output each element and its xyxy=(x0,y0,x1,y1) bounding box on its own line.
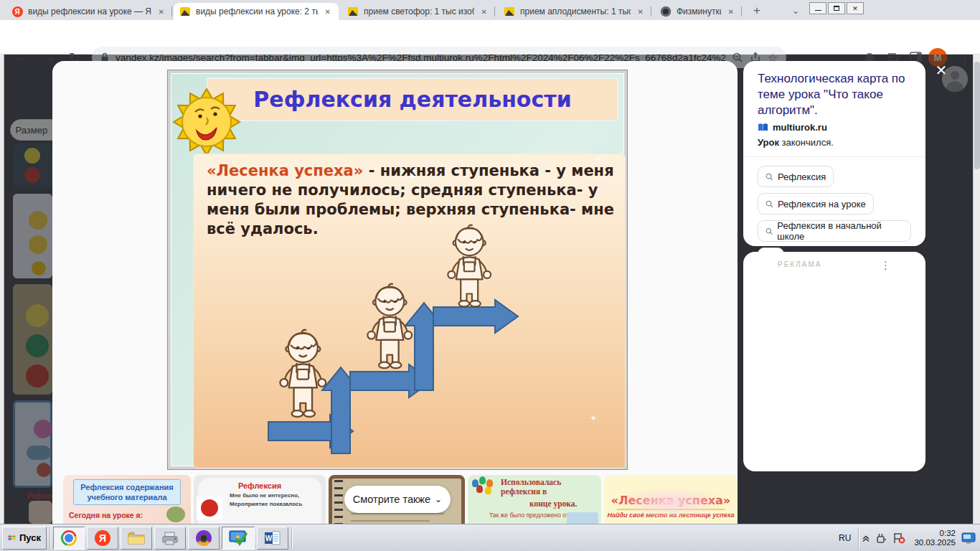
thumbnail-text: Мероприятие показалось xyxy=(230,501,314,507)
image-viewer-panel: Рефлексия деятельности «Лесенка успеха» … xyxy=(52,61,738,524)
tab-close-icon[interactable]: ✕ xyxy=(156,7,166,17)
tab-5[interactable]: Физминутки для рефлексии ✕ xyxy=(654,3,742,20)
related-thumbnail-4[interactable]: Использовалась рефлексия в конце урока. … xyxy=(468,475,601,524)
taskbar-antispyware-button[interactable] xyxy=(222,527,255,550)
new-tab-button[interactable]: + xyxy=(748,3,766,19)
book-icon xyxy=(758,123,768,132)
windows-logo-icon xyxy=(8,532,16,543)
taskbar-chrome-button[interactable] xyxy=(53,527,85,550)
page-scrollbar[interactable] xyxy=(973,55,980,524)
image-title-link[interactable]: Технологическая карта по теме урока "Что… xyxy=(758,71,911,118)
browser-toolbar: ← → ↻ yandex.kz/images/search?from=tabba… xyxy=(0,20,980,55)
thumbnail-banner: Рефлексия содержания учебного материала xyxy=(73,479,181,505)
query-chip[interactable]: Рефлексия xyxy=(758,166,834,187)
tab-close-icon[interactable]: ✕ xyxy=(726,7,736,17)
window-controls: ✕ xyxy=(809,2,864,14)
tab-close-icon[interactable]: ✕ xyxy=(323,7,333,17)
tab-1[interactable]: Я виды рефлексии на уроке — Ян ✕ xyxy=(6,3,172,20)
sad-smiley-icon xyxy=(197,496,222,519)
image-info-panel: Технологическая карта по теме урока "Что… xyxy=(743,61,925,246)
see-also-label: Смотрите также xyxy=(353,494,430,505)
language-indicator[interactable]: RU xyxy=(831,533,858,543)
minimize-button[interactable] xyxy=(809,2,826,14)
search-icon xyxy=(765,227,773,235)
start-button[interactable]: Пуск xyxy=(2,527,47,550)
page-content: Размер ⌄ Рефлек xyxy=(0,55,980,524)
image-favicon-icon xyxy=(179,6,191,17)
related-thumbnail-1[interactable]: Рефлексия содержания учебного материала … xyxy=(63,475,191,524)
query-chip[interactable]: Рефлексия в начальной школе xyxy=(758,220,911,242)
tab-title: виды рефлексии на уроке — Ян xyxy=(28,6,151,17)
slide-image[interactable]: Рефлексия деятельности «Лесенка успеха» … xyxy=(167,70,628,470)
ad-menu-dots-icon[interactable]: ⋮ xyxy=(880,259,891,272)
taskbar-word-button[interactable]: W xyxy=(257,527,288,550)
action-center-flag-icon[interactable] xyxy=(892,532,906,545)
notebook-spiral xyxy=(334,480,343,524)
related-thumbnail-2[interactable]: Рефлексия Мне было не интересно, Меропри… xyxy=(194,475,326,524)
taskbar-fax-button[interactable] xyxy=(154,527,186,550)
close-window-button[interactable]: ✕ xyxy=(847,2,864,14)
taskbar: Пуск Я xyxy=(0,524,980,551)
thumbnail-subtext: Сегодня на уроке я: xyxy=(69,511,143,519)
tab-close-icon[interactable]: ✕ xyxy=(636,7,646,17)
show-desktop-icon[interactable] xyxy=(961,532,977,545)
image-description: Урок закончился. xyxy=(758,137,911,148)
sparkle-icon: ✦ xyxy=(590,413,597,423)
sparkle-icon: ✦ xyxy=(595,155,601,163)
monitor-alert-icon xyxy=(229,530,248,546)
ad-label: РЕКЛАМА xyxy=(778,260,914,268)
sparkle-icon: ✦ xyxy=(408,171,417,182)
see-also-button[interactable]: Смотрите также ⌄ xyxy=(344,486,451,513)
word-icon: W xyxy=(264,530,281,546)
taskbar-explorer-button[interactable] xyxy=(121,527,152,550)
divider xyxy=(743,156,925,157)
search-icon xyxy=(765,200,773,208)
tab-3[interactable]: прием светофор: 1 тыс изобра ✕ xyxy=(341,3,495,20)
chevron-down-icon: ⌄ xyxy=(435,494,442,504)
tab-close-icon[interactable]: ✕ xyxy=(479,7,489,17)
taskbar-separator xyxy=(50,527,51,549)
slide-title: Рефлексия деятельности xyxy=(253,87,571,112)
clock[interactable]: 0:32 30.03.2025 xyxy=(914,529,956,547)
tab-title: виды рефлексии на уроке: 2 ты xyxy=(196,6,318,17)
maximize-button[interactable] xyxy=(828,2,845,14)
source-domain: multiurok.ru xyxy=(773,122,827,133)
scrollbar-thumb[interactable] xyxy=(974,62,980,169)
security-orb-icon xyxy=(196,530,212,546)
taskbar-yandex-button[interactable]: Я xyxy=(87,527,118,550)
hidden-icons-chevron-icon[interactable] xyxy=(862,534,870,542)
tab-search-chevron-icon[interactable]: ⌄ xyxy=(788,4,804,17)
taskbar-security-button[interactable] xyxy=(188,527,220,550)
cartoon-figure xyxy=(567,512,598,524)
close-viewer-icon[interactable]: ✕ xyxy=(933,62,950,79)
power-plug-icon[interactable] xyxy=(875,532,887,545)
query-chip[interactable]: Рефлексия на уроке xyxy=(758,193,874,215)
site-favicon-icon xyxy=(660,6,672,17)
yandex-browser-icon: Я xyxy=(95,530,110,546)
thumbnail-title: Рефлексия xyxy=(198,481,321,490)
ladder-of-success-illustration xyxy=(194,238,626,466)
window-left-border xyxy=(0,55,4,524)
image-favicon-icon xyxy=(347,6,359,17)
tab-title: Физминутки для рефлексии xyxy=(677,6,721,17)
yandex-favicon-icon: Я xyxy=(11,6,23,17)
thumbnail-title-line2: конце урока. xyxy=(529,499,598,509)
related-thumbnail-5[interactable]: «Лесенка успеха» Найди своё место на лес… xyxy=(604,475,738,524)
tab-2-active[interactable]: виды рефлексии на уроке: 2 ты ✕ xyxy=(174,3,339,20)
tab-title: прием аплодисменты: 1 тыс из xyxy=(520,6,631,17)
slide-lead-text: «Лесенка успеха» xyxy=(207,162,363,179)
printer-icon xyxy=(161,531,179,545)
tree-shape xyxy=(166,507,185,522)
thumbnail-title: Использовалась рефлексия в xyxy=(501,478,598,496)
child-middle-step xyxy=(367,284,412,368)
maximize-icon xyxy=(834,6,839,11)
svg-text:W: W xyxy=(265,534,273,542)
slide-title-banner: Рефлексия деятельности xyxy=(207,77,618,121)
source-row[interactable]: multiurok.ru xyxy=(758,122,911,133)
tab-4[interactable]: прием аплодисменты: 1 тыс из ✕ xyxy=(498,3,651,20)
minimize-icon xyxy=(815,10,821,11)
folder-icon xyxy=(128,531,145,545)
tab-strip: Я виды рефлексии на уроке — Ян ✕ виды ре… xyxy=(0,0,980,20)
system-tray: RU 0:32 30.03.2025 xyxy=(831,524,980,551)
taskbar-separator xyxy=(291,527,293,549)
